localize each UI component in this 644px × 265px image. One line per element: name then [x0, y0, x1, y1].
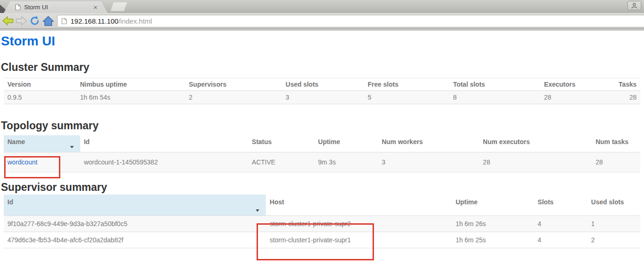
column-header-used-slots[interactable]: Used slots [587, 195, 640, 216]
cell-tasks: 28 [608, 91, 640, 104]
table-row: 479d6c3e-fb53-4b4e-afc6-cf20a2dab82f sto… [4, 232, 640, 248]
supervisor-summary-heading: Supervisor summary [1, 181, 644, 194]
cell-num-executors: 28 [479, 152, 592, 172]
browser-tab[interactable]: Storm UI × [4, 1, 108, 13]
cell-uptime: 1h 6m 25s [452, 232, 534, 248]
column-header-status[interactable]: Status [248, 135, 315, 152]
column-header-uptime[interactable]: Uptime [452, 195, 534, 216]
table-header-row: Id Host Uptime Slots Used slots [4, 195, 640, 216]
column-header-num-workers[interactable]: Num workers [378, 135, 479, 152]
topology-summary-table: Name Id Status Uptime Num workers Num ex… [4, 135, 640, 172]
column-header-num-tasks[interactable]: Num tasks [592, 135, 640, 152]
browser-chrome: Storm UI × [0, 0, 644, 31]
column-header-supervisors[interactable]: Supervisors [185, 78, 282, 91]
cell-supervisor-id: 479d6c3e-fb53-4b4e-afc6-cf20a2dab82f [4, 232, 266, 248]
home-button[interactable] [41, 14, 55, 27]
supervisor-summary-table: Id Host Uptime Slots Used slots 9f10a277… [4, 195, 640, 248]
storm-ui-page: Storm UI Cluster Summary Version Nimbus … [0, 34, 644, 248]
page-icon [15, 4, 21, 11]
column-header-free-slots[interactable]: Free slots [364, 78, 450, 91]
table-header-row: Version Nimbus uptime Supervisors Used s… [4, 78, 640, 91]
cell-uptime: 9m 3s [315, 152, 378, 172]
cell-version: 0.9.5 [4, 91, 76, 104]
sort-descending-icon [256, 209, 259, 212]
cell-slots: 4 [534, 232, 587, 248]
column-header-name-sorted[interactable]: Name [4, 135, 80, 152]
user-profile-button[interactable] [627, 1, 641, 10]
page-icon [61, 18, 67, 25]
cell-supervisors: 2 [185, 91, 282, 104]
column-header-tasks[interactable]: Tasks [608, 78, 640, 91]
cell-free-slots: 5 [364, 91, 450, 104]
cell-host: storm-cluster1-private-supr1 [266, 232, 452, 248]
column-header-total-slots[interactable]: Total slots [449, 78, 540, 91]
column-header-slots[interactable]: Slots [534, 195, 587, 216]
column-header-num-executors[interactable]: Num executors [479, 135, 592, 152]
sort-descending-icon [70, 146, 74, 148]
topology-name-link[interactable]: wordcount [7, 158, 38, 166]
cell-num-workers: 3 [378, 152, 479, 172]
cell-total-slots: 8 [449, 91, 540, 104]
topology-summary-heading: Topology summary [1, 120, 644, 132]
back-arrow-icon [2, 15, 14, 26]
table-row: wordcount wordcount-1-1450595382 ACTIVE … [4, 152, 640, 172]
table-header-row: Name Id Status Uptime Num workers Num ex… [4, 135, 640, 152]
cell-uptime: 1h 6m 26s [452, 216, 534, 232]
forward-button[interactable] [14, 14, 28, 27]
cell-supervisor-id: 9f10a277-68c9-449e-9d3a-b327a50bf0c5 [4, 216, 266, 232]
column-header-id[interactable]: Id [80, 135, 248, 152]
column-header-nimbus-uptime[interactable]: Nimbus uptime [76, 78, 185, 91]
column-header-label: Id [7, 198, 13, 206]
url-path: /index.html [118, 17, 152, 25]
browser-toolbar: 192.168.11.100/index.html [0, 13, 644, 31]
forward-arrow-icon [15, 15, 27, 26]
cell-nimbus-uptime: 1h 6m 54s [76, 91, 185, 104]
cluster-summary-heading: Cluster Summary [1, 61, 644, 74]
close-icon[interactable]: × [92, 4, 98, 11]
column-header-executors[interactable]: Executors [541, 78, 609, 91]
page-title[interactable]: Storm UI [1, 34, 644, 49]
tab-title: Storm UI [24, 4, 92, 11]
column-header-uptime[interactable]: Uptime [315, 135, 378, 152]
column-header-id-sorted[interactable]: Id [4, 195, 266, 216]
table-row: 9f10a277-68c9-449e-9d3a-b327a50bf0c5 sto… [4, 216, 640, 232]
cell-slots: 4 [534, 216, 587, 232]
home-icon [42, 15, 54, 26]
cell-used-slots: 1 [587, 216, 640, 232]
cluster-summary-table: Version Nimbus uptime Supervisors Used s… [4, 78, 640, 104]
cell-host: storm-cluster1-private-supr2 [266, 216, 452, 232]
column-header-version[interactable]: Version [4, 78, 76, 91]
reload-button[interactable] [28, 14, 41, 27]
cell-used-slots: 3 [282, 91, 364, 104]
cell-name: wordcount [4, 152, 80, 172]
cell-num-tasks: 28 [592, 152, 640, 172]
column-header-label: Name [7, 138, 25, 145]
column-header-host[interactable]: Host [266, 195, 452, 216]
address-bar[interactable]: 192.168.11.100/index.html [57, 15, 644, 27]
new-tab-button[interactable] [110, 2, 127, 11]
column-header-used-slots[interactable]: Used slots [282, 78, 364, 91]
cell-used-slots: 2 [587, 232, 640, 248]
cell-id: wordcount-1-1450595382 [80, 152, 248, 172]
tab-strip: Storm UI × [0, 0, 644, 13]
back-button[interactable] [1, 14, 14, 27]
reload-icon [29, 15, 40, 26]
table-row: 0.9.5 1h 6m 54s 2 3 5 8 28 28 [4, 91, 640, 104]
cell-status: ACTIVE [248, 152, 315, 172]
user-icon [631, 2, 638, 9]
cell-executors: 28 [541, 91, 609, 104]
url-host: 192.168.11.100 [71, 17, 118, 25]
